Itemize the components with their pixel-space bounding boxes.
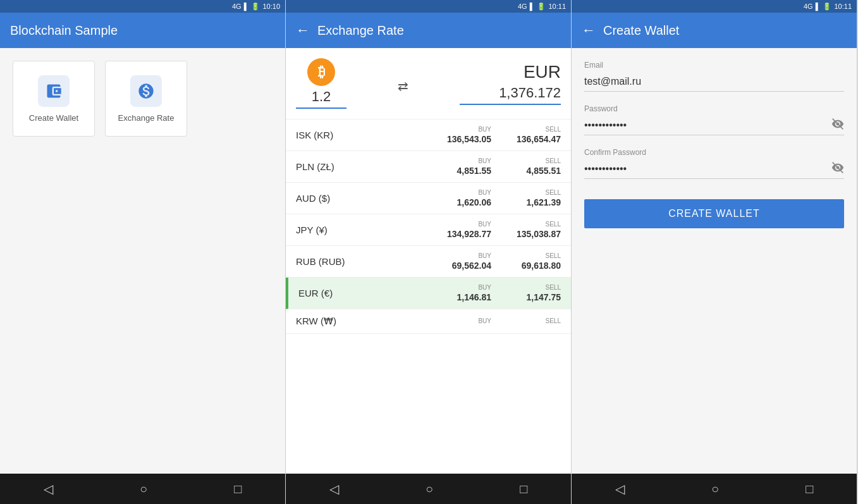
battery-icon-2: 🔋: [537, 3, 546, 11]
rate-currency: EUR (€): [298, 288, 441, 298]
screen2-title: Exchange Rate: [317, 23, 404, 38]
create-wallet-label: Create Wallet: [29, 113, 78, 123]
home-btn-2[interactable]: ○: [426, 482, 433, 496]
recent-btn-3[interactable]: □: [806, 482, 813, 496]
rate-currency: ISK (KR): [296, 130, 441, 140]
back-btn-3[interactable]: ◁: [615, 481, 625, 496]
toolbar-1: Blockchain Sample: [0, 13, 285, 48]
rate-currency: RUB (RUB): [296, 256, 441, 267]
home-btn-3[interactable]: ○: [711, 482, 719, 496]
status-bar-2: 4G ▌ 🔋 10:11: [286, 0, 571, 13]
rate-row[interactable]: EUR (€) BUY 1,146.81 SELL 1,147.75: [286, 278, 571, 309]
buy-value: 134,928.77: [441, 229, 491, 239]
buy-header: BUY: [441, 189, 491, 196]
buy-header: BUY: [441, 317, 491, 324]
rate-buy-sell: BUY 69,562.04 SELL 69,618.80: [441, 252, 561, 271]
rate-sell-col: SELL 69,618.80: [510, 252, 561, 271]
toolbar-2: ← Exchange Rate: [286, 13, 571, 48]
create-wallet-button[interactable]: CREATE WALLET: [584, 199, 844, 228]
rate-sell-col: SELL 1,147.75: [510, 284, 561, 302]
currency-label: EUR: [524, 62, 561, 82]
email-input-wrapper: [584, 72, 844, 92]
sell-header: SELL: [510, 317, 561, 324]
rate-row[interactable]: RUB (RUB) BUY 69,562.04 SELL 69,618.80: [286, 246, 571, 278]
btc-icon: ₿: [307, 58, 335, 86]
create-wallet-card[interactable]: Create Wallet: [13, 61, 95, 137]
sell-value: 1,621.39: [510, 197, 561, 207]
confirm-password-group: Confirm Password: [584, 148, 844, 179]
rate-buy-col: BUY 1,620.06: [441, 189, 491, 207]
rate-buy-sell: BUY 134,928.77 SELL 135,038.87: [441, 221, 561, 239]
rate-buy-col: BUY: [441, 317, 491, 326]
exchange-arrow-icon: ⇄: [398, 78, 408, 94]
sell-value: 4,855.51: [510, 166, 561, 176]
password-input[interactable]: [584, 116, 844, 135]
nav-bar-3: ◁ ○ □: [572, 474, 857, 504]
buy-header: BUY: [441, 252, 491, 259]
recent-btn-2[interactable]: □: [520, 482, 527, 496]
rate-row[interactable]: ISK (KR) BUY 136,543.05 SELL 136,654.47: [286, 120, 571, 151]
exchange-rate-card[interactable]: Exchange Rate: [105, 61, 187, 137]
rate-buy-sell: BUY 1,620.06 SELL 1,621.39: [441, 189, 561, 207]
rate-row[interactable]: KRW (₩) BUY SELL: [286, 309, 571, 334]
signal-bars-2: ▌: [530, 3, 535, 10]
confirm-input[interactable]: [584, 159, 844, 179]
recent-btn-1[interactable]: □: [234, 482, 242, 496]
exchange-header: ₿ 1.2 ⇄ EUR 1,376.172: [286, 48, 571, 120]
status-bar-1: 4G ▌ 🔋 10:10: [0, 0, 285, 13]
signal-icon-2: 4G: [518, 3, 527, 10]
sell-header: SELL: [510, 126, 561, 133]
rate-sell-col: SELL 135,038.87: [510, 221, 561, 239]
password-label: Password: [584, 104, 844, 113]
buy-value: 136,543.05: [441, 134, 491, 144]
buy-header: BUY: [441, 126, 491, 133]
btc-value[interactable]: 1.2: [296, 89, 346, 109]
exchange-icon: [130, 75, 162, 107]
password-eye-icon[interactable]: [831, 118, 844, 133]
confirm-eye-icon[interactable]: [831, 161, 844, 177]
buy-value: 69,562.04: [441, 261, 491, 271]
screen1-content: Create Wallet Exchange Rate: [0, 48, 285, 474]
rate-buy-sell: BUY 1,146.81 SELL 1,147.75: [441, 284, 561, 302]
battery-icon-1: 🔋: [251, 3, 260, 11]
home-btn-1[interactable]: ○: [140, 482, 147, 496]
toolbar-3: ← Create Wallet: [572, 13, 857, 48]
buy-header: BUY: [441, 221, 491, 228]
rate-sell-col: SELL 1,621.39: [510, 189, 561, 207]
sell-header: SELL: [510, 189, 561, 196]
buy-value: 4,851.55: [441, 166, 491, 176]
confirm-input-wrapper: [584, 159, 844, 179]
password-input-wrapper: [584, 116, 844, 135]
screen2: 4G ▌ 🔋 10:11 ← Exchange Rate ₿ 1.2 ⇄ EUR…: [286, 0, 572, 504]
back-btn-2[interactable]: ◁: [329, 481, 339, 496]
screen3-title: Create Wallet: [603, 23, 679, 38]
eur-value[interactable]: 1,376.172: [460, 85, 561, 105]
email-group: Email: [584, 61, 844, 92]
email-label: Email: [584, 61, 844, 70]
rate-row[interactable]: JPY (¥) BUY 134,928.77 SELL 135,038.87: [286, 214, 571, 246]
buy-value: 1,620.06: [441, 197, 491, 207]
confirm-label: Confirm Password: [584, 148, 844, 157]
sell-value: 136,654.47: [510, 134, 561, 144]
rate-buy-col: BUY 136,543.05: [441, 126, 491, 144]
status-bar-3: 4G ▌ 🔋 10:11: [572, 0, 857, 13]
password-group: Password: [584, 104, 844, 135]
screen3-content: Email Password Confirm Password: [572, 48, 857, 474]
back-btn-1[interactable]: ◁: [44, 481, 53, 496]
rate-currency: PLN (ZŁ): [296, 161, 441, 172]
signal-bars-1: ▌: [244, 3, 249, 10]
rate-sell-col: SELL 136,654.47: [510, 126, 561, 144]
back-arrow-2[interactable]: ←: [296, 22, 310, 39]
signal-bars-3: ▌: [816, 3, 821, 10]
rate-buy-sell: BUY 4,851.55 SELL 4,855.51: [441, 157, 561, 176]
sell-value: 135,038.87: [510, 229, 561, 239]
buy-value: 1,146.81: [441, 292, 491, 302]
exchange-rate-label: Exchange Rate: [118, 113, 175, 123]
rate-currency: KRW (₩): [296, 316, 441, 327]
back-arrow-3[interactable]: ←: [582, 22, 596, 39]
rate-row[interactable]: AUD ($) BUY 1,620.06 SELL 1,621.39: [286, 183, 571, 214]
nav-bar-1: ◁ ○ □: [0, 474, 285, 504]
rate-row[interactable]: PLN (ZŁ) BUY 4,851.55 SELL 4,855.51: [286, 151, 571, 183]
email-input[interactable]: [584, 72, 844, 92]
battery-icon-3: 🔋: [823, 3, 831, 11]
